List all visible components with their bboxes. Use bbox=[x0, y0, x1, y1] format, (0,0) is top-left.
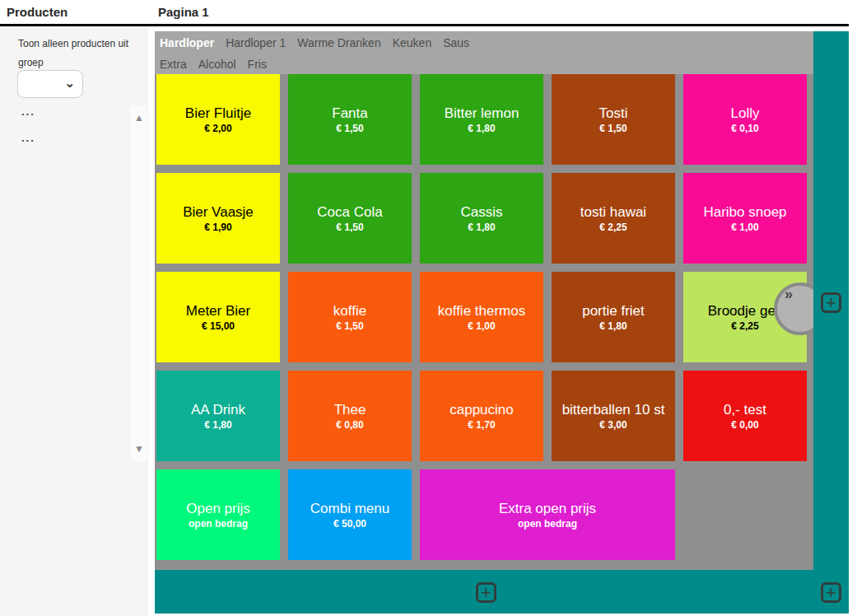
product-grid: Bier Fluitje€ 2,00Fanta€ 1,50Bitter lemo… bbox=[156, 74, 807, 560]
product-name: koffie bbox=[333, 303, 366, 320]
product-price: € 3,00 bbox=[599, 419, 626, 431]
product-button[interactable]: portie friet€ 1,80 bbox=[552, 272, 675, 362]
product-name: 0,- test bbox=[724, 402, 766, 418]
product-name: Coca Cola bbox=[317, 204, 382, 221]
product-price: € 1,80 bbox=[204, 419, 231, 431]
product-button[interactable]: Coca Cola€ 1,50 bbox=[288, 173, 412, 264]
product-name: Bier Fluitje bbox=[185, 105, 251, 122]
product-button[interactable]: Cassis€ 1,80 bbox=[420, 173, 543, 264]
group-filter-label: Toon alleen producten uit groep bbox=[18, 35, 128, 72]
product-button[interactable]: Open prijsopen bedrag bbox=[156, 469, 280, 560]
tab-keuken[interactable]: Keuken bbox=[393, 32, 431, 54]
tab-warme-dranken[interactable]: Warme Dranken bbox=[297, 32, 380, 54]
product-price: € 1,90 bbox=[204, 222, 231, 233]
product-price: € 1,70 bbox=[468, 419, 495, 431]
product-name: Fanta bbox=[332, 105, 367, 122]
product-button[interactable]: Lolly€ 0,10 bbox=[683, 74, 807, 165]
product-price: € 1,80 bbox=[599, 320, 626, 332]
page-title: Pagina 1 bbox=[158, 5, 209, 19]
product-price: € 15,00 bbox=[202, 320, 235, 332]
product-name: Combi menu bbox=[310, 501, 389, 517]
page-canvas: HardloperHardloper 1Warme DrankenKeukenS… bbox=[155, 31, 849, 614]
product-button[interactable]: Meter Bier€ 15,00 bbox=[156, 272, 280, 362]
products-panel-title: Producten bbox=[7, 5, 68, 19]
add-column-button[interactable]: + bbox=[821, 292, 841, 313]
scroll-down-icon[interactable]: ▼ bbox=[131, 443, 147, 455]
tab-saus[interactable]: Saus bbox=[443, 32, 469, 54]
product-button[interactable]: 0,- test€ 0,00 bbox=[683, 371, 807, 461]
product-price: open bedrag bbox=[518, 518, 577, 530]
product-price: € 1,50 bbox=[336, 123, 363, 134]
product-price: € 50,00 bbox=[333, 518, 366, 530]
product-price: € 0,80 bbox=[336, 419, 363, 431]
product-name: Thee bbox=[334, 402, 366, 418]
product-price: € 1,80 bbox=[468, 222, 495, 233]
group-list-item[interactable]: ... bbox=[21, 105, 35, 132]
product-price: € 1,50 bbox=[336, 222, 363, 233]
product-button[interactable]: Bitter lemon€ 1,80 bbox=[420, 74, 543, 165]
product-button[interactable]: cappucino€ 1,70 bbox=[420, 371, 543, 461]
tab-row: ExtraAlcoholFris bbox=[160, 54, 813, 75]
product-button[interactable]: Bier Fluitje€ 2,00 bbox=[156, 74, 280, 165]
product-name: AA Drink bbox=[191, 402, 245, 418]
product-button[interactable]: bitterballen 10 st€ 3,00 bbox=[552, 371, 675, 461]
product-name: Bitter lemon bbox=[445, 105, 519, 122]
product-name: Open prijs bbox=[186, 501, 249, 517]
product-name: Lolly bbox=[731, 105, 760, 122]
product-name: Bier Vaasje bbox=[183, 204, 254, 221]
product-name: tosti hawai bbox=[580, 204, 646, 221]
product-button[interactable]: tosti hawai€ 2,25 bbox=[552, 173, 675, 264]
product-price: € 1,50 bbox=[336, 320, 363, 332]
product-name: Extra open prijs bbox=[499, 501, 596, 517]
product-button[interactable]: AA Drink€ 1,80 bbox=[156, 371, 280, 461]
product-name: cappucino bbox=[449, 402, 514, 418]
sidebar-scrollbar[interactable]: ▲ ▼ bbox=[131, 105, 147, 461]
product-name: Broodje gez bbox=[708, 303, 783, 320]
product-price: € 1,50 bbox=[599, 123, 626, 134]
tab-hardloper[interactable]: Hardloper bbox=[160, 32, 214, 54]
product-name: Cassis bbox=[460, 204, 502, 221]
tab-fris[interactable]: Fris bbox=[248, 54, 267, 75]
group-list: ...... bbox=[21, 105, 35, 158]
product-button[interactable]: Thee€ 0,80 bbox=[288, 371, 412, 461]
product-price: € 1,00 bbox=[731, 222, 758, 233]
group-filter-label-line1: Toon alleen producten uit bbox=[18, 35, 128, 54]
group-select[interactable]: ⌄ bbox=[17, 70, 83, 98]
product-price: € 1,80 bbox=[468, 123, 495, 134]
product-button[interactable]: koffie€ 1,50 bbox=[288, 272, 412, 362]
product-name: bitterballen 10 st bbox=[562, 402, 665, 418]
product-button[interactable]: Fanta€ 1,50 bbox=[288, 74, 412, 165]
product-button[interactable]: Extra open prijsopen bedrag bbox=[420, 469, 675, 560]
tab-row: HardloperHardloper 1Warme DrankenKeukenS… bbox=[160, 32, 813, 54]
product-name: Tosti bbox=[599, 105, 628, 122]
tab-bar: HardloperHardloper 1Warme DrankenKeukenS… bbox=[155, 31, 813, 74]
product-price: € 0,00 bbox=[731, 419, 758, 431]
product-price: € 2,25 bbox=[599, 222, 626, 233]
group-list-item[interactable]: ... bbox=[21, 132, 35, 158]
product-button[interactable]: Bier Vaasje€ 1,90 bbox=[156, 173, 280, 264]
products-sidebar: Toon alleen producten uit groep ⌄ ......… bbox=[0, 26, 148, 616]
add-row-button[interactable]: + bbox=[476, 582, 496, 603]
product-price: € 2,00 bbox=[204, 123, 231, 134]
tab-alcohol[interactable]: Alcohol bbox=[198, 54, 236, 75]
product-button[interactable]: Haribo snoep€ 1,00 bbox=[683, 173, 807, 264]
product-name: Meter Bier bbox=[186, 303, 250, 320]
product-button[interactable]: koffie thermos€ 1,00 bbox=[420, 272, 543, 362]
product-price: € 2,25 bbox=[731, 320, 758, 332]
product-name: koffie thermos bbox=[438, 303, 525, 320]
product-name: Haribo snoep bbox=[703, 204, 786, 221]
double-chevron-right-icon: » bbox=[785, 286, 793, 303]
tab-hardloper-1[interactable]: Hardloper 1 bbox=[226, 32, 286, 54]
product-price: open bedrag bbox=[189, 518, 248, 530]
product-price: € 1,00 bbox=[468, 320, 495, 332]
chevron-down-icon: ⌄ bbox=[64, 76, 75, 91]
tab-extra[interactable]: Extra bbox=[160, 54, 187, 75]
product-button[interactable]: Tosti€ 1,50 bbox=[552, 74, 675, 165]
products-panel: HardloperHardloper 1Warme DrankenKeukenS… bbox=[155, 31, 813, 570]
scroll-up-icon[interactable]: ▲ bbox=[131, 112, 147, 124]
product-button[interactable]: Combi menu€ 50,00 bbox=[288, 469, 412, 560]
product-name: portie friet bbox=[582, 303, 645, 320]
product-price: € 0,10 bbox=[731, 123, 758, 134]
add-page-button[interactable]: + bbox=[821, 582, 841, 603]
